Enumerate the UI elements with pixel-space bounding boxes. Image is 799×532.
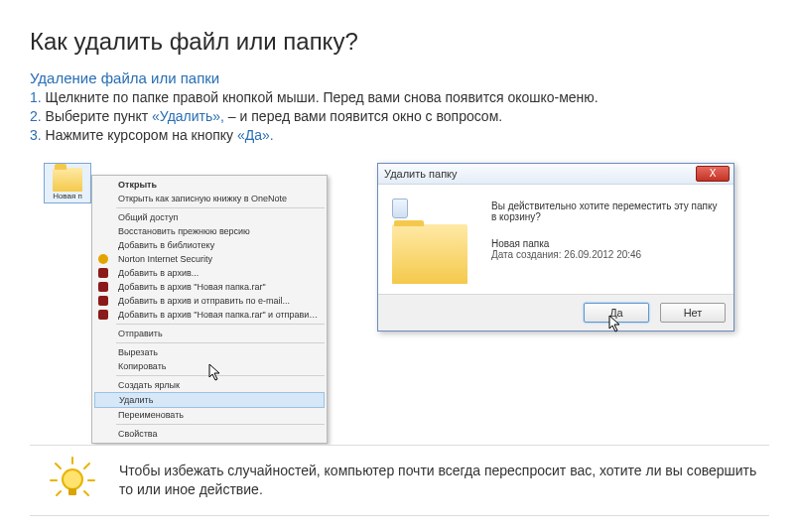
step-3: 3. Нажмите курсором на кнопку «Да».: [30, 126, 769, 145]
ctx-library[interactable]: Добавить в библиотеку: [92, 238, 327, 252]
tip-box: Чтобы избежать случайностей, компьютер п…: [30, 445, 769, 516]
archive-icon: [98, 296, 108, 306]
context-menu: Открыть Открыть как записную книжку в On…: [91, 175, 328, 444]
ctx-copy[interactable]: Копировать: [92, 359, 327, 373]
ctx-rename[interactable]: Переименовать: [92, 408, 327, 422]
step-2-text-b: – и перед вами появится окно с вопросом.: [224, 108, 502, 124]
ctx-addraremail[interactable]: Добавить в архив "Новая папка.rar" и отп…: [92, 308, 327, 322]
ctx-open[interactable]: Открыть: [92, 178, 327, 192]
ctx-addrar[interactable]: Добавить в архив "Новая папка.rar": [92, 280, 327, 294]
ctx-addarch[interactable]: Добавить в архив...: [92, 266, 327, 280]
recycle-bin-icon: [392, 199, 408, 218]
step-1: 1. Щелкните по папке правой кнопкой мыши…: [30, 88, 769, 107]
step-2-text-a: Выберите пункт: [46, 108, 152, 124]
dialog-folder-graphic: [392, 199, 475, 284]
lightbulb-icon: [48, 456, 97, 505]
ctx-props[interactable]: Свойства: [92, 427, 327, 441]
ctx-shortcut[interactable]: Создать ярлык: [92, 378, 327, 392]
ctx-delete[interactable]: Удалить: [94, 392, 325, 408]
folder-icon: [53, 168, 82, 192]
folder-thumb[interactable]: Новая п: [44, 163, 91, 203]
no-button[interactable]: Нет: [660, 303, 726, 323]
step-1-text: Щелкните по папке правой кнопкой мыши. П…: [46, 89, 599, 105]
page-title: Как удалить файл или папку?: [30, 28, 769, 56]
dialog-title-text: Удалить папку: [384, 168, 458, 180]
svg-line-2: [84, 464, 89, 468]
archive-icon: [98, 268, 108, 278]
step-3-text-a: Нажмите курсором на кнопку: [46, 127, 237, 143]
ctx-norton[interactable]: Norton Internet Security: [92, 252, 327, 266]
archive-icon: [98, 282, 108, 292]
step-2: 2. Выберите пункт «Удалить», – и перед в…: [30, 107, 769, 126]
close-button[interactable]: X: [696, 166, 730, 182]
svg-point-7: [63, 469, 82, 489]
step-3-keyword: «Да».: [237, 127, 274, 143]
ctx-send[interactable]: Отправить: [92, 327, 327, 340]
ctx-restore[interactable]: Восстановить прежнюю версию: [92, 224, 327, 238]
step-2-num: 2.: [30, 108, 42, 124]
norton-icon: [98, 254, 108, 264]
ctx-share[interactable]: Общий доступ: [92, 210, 327, 224]
step-3-num: 3.: [30, 127, 42, 143]
section-subtitle: Удаление файла или папки: [30, 69, 769, 86]
yes-button[interactable]: Да: [584, 303, 649, 323]
ctx-onenote[interactable]: Открыть как записную книжку в OneNote: [92, 192, 327, 205]
ctx-cut[interactable]: Вырезать: [92, 345, 327, 359]
svg-rect-8: [68, 488, 76, 495]
ctx-addemail[interactable]: Добавить в архив и отправить по e-mail..…: [92, 294, 327, 308]
dialog-question: Вы действительно хотите переместить эту …: [491, 200, 720, 222]
dialog-folder-name: Новая папка: [491, 238, 720, 249]
svg-line-1: [56, 464, 61, 468]
step-1-num: 1.: [30, 89, 42, 105]
tip-text: Чтобы избежать случайностей, компьютер п…: [119, 463, 756, 497]
step-2-keyword: «Удалить»,: [152, 108, 224, 124]
dialog-titlebar: Удалить папку X: [378, 164, 733, 185]
dialog-folder-date: Дата создания: 26.09.2012 20:46: [491, 249, 720, 260]
context-menu-illustration: Новая п Открыть Открыть как записную кни…: [30, 163, 337, 411]
archive-icon: [98, 310, 108, 320]
folder-label: Новая п: [47, 192, 88, 200]
delete-dialog: Удалить папку X Вы действительно хотите …: [377, 163, 734, 332]
steps-list: 1. Щелкните по папке правой кнопкой мыши…: [30, 88, 769, 145]
dialog-buttons: Да Нет: [378, 294, 733, 331]
folder-icon: [392, 224, 467, 284]
svg-line-5: [57, 491, 61, 495]
svg-line-6: [84, 491, 88, 495]
